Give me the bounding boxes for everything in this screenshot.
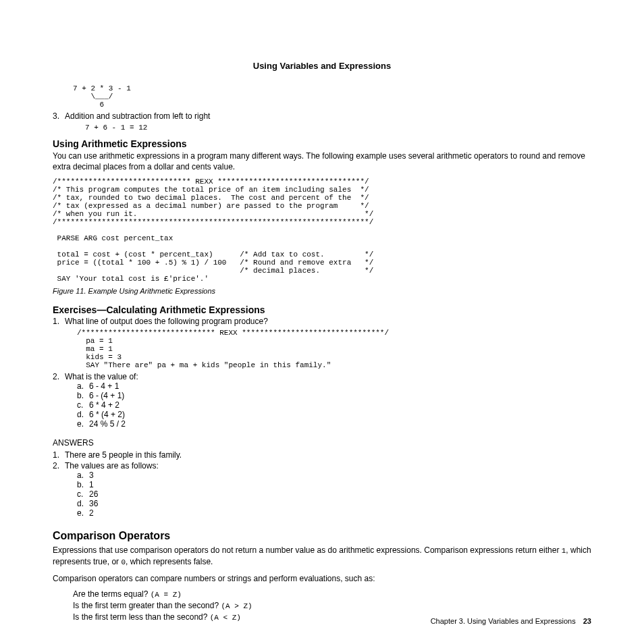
cmp-text-1a: Expressions that use comparison operator… [53, 545, 562, 555]
answer-2: The values are as follows: 3 1 26 36 2 [53, 461, 591, 518]
exercise-1: What line of output does the following p… [53, 317, 591, 369]
cmp-text-1c: , which represents false. [126, 557, 213, 566]
para-arithmetic-intro: You can use arithmetic expressions in a … [53, 151, 591, 172]
page: Using Variables and Expressions 7 + 2 * … [0, 0, 644, 644]
exercise-2: What is the value of: 6 - 4 + 1 6 - (4 +… [53, 372, 591, 429]
ordered-step-list: Addition and subtraction from left to ri… [53, 111, 591, 132]
answers-label: ANSWERS [53, 438, 591, 448]
heading-using-arithmetic: Using Arithmetic Expressions [53, 138, 591, 149]
code-precedence-example: 7 + 2 * 3 - 1 \___/ 6 [73, 84, 591, 109]
code-step3-result: 7 + 6 - 1 = 12 [85, 124, 591, 132]
code-figure-11: /****************************** REXX ***… [53, 178, 591, 283]
step-3-text: Addition and subtraction from left to ri… [65, 111, 210, 121]
exercise-2e: 24 % 5 / 2 [77, 419, 591, 429]
answer-2c: 26 [77, 489, 591, 499]
answer-2e: 2 [77, 508, 591, 518]
answer-2b: 1 [77, 480, 591, 489]
exercise-list: What line of output does the following p… [53, 317, 591, 429]
cmp-less-text: Is the first term less than the second? [73, 612, 210, 622]
cmp-example-equal: Are the terms equal? (A = Z) [73, 589, 591, 599]
para-comparison-2: Comparison operators can compare numbers… [53, 573, 591, 584]
cmp-code-0: 0 [121, 558, 126, 566]
exercise-2c: 6 * 4 + 2 [77, 400, 591, 410]
answer-1: There are 5 people in this family. [53, 450, 591, 460]
answer-2a: 3 [77, 471, 591, 480]
step-3: Addition and subtraction from left to ri… [53, 111, 591, 132]
exercise-2a: 6 - 4 + 1 [77, 381, 591, 391]
heading-comparison-operators: Comparison Operators [53, 530, 591, 542]
exercise-2-subitems: 6 - 4 + 1 6 - (4 + 1) 6 * 4 + 2 6 * (4 +… [77, 381, 591, 429]
cmp-equal-text: Are the terms equal? [73, 589, 151, 599]
running-head: Using Variables and Expressions [53, 61, 591, 71]
footer-page-number: 23 [583, 617, 591, 625]
para-comparison-1: Expressions that use comparison operator… [53, 545, 591, 568]
answer-2-subitems: 3 1 26 36 2 [77, 471, 591, 518]
figure-caption: Figure 11. Example Using Arithmetic Expr… [53, 287, 591, 295]
cmp-equal-code: (A = Z) [151, 591, 182, 599]
exercise-2b: 6 - (4 + 1) [77, 391, 591, 400]
answer-2-intro: The values are as follows: [65, 461, 159, 471]
answers-list: There are 5 people in this family. The v… [53, 450, 591, 518]
footer-chapter: Chapter 3. Using Variables and Expressio… [431, 617, 576, 625]
code-exercise-1: /****************************** REXX ***… [77, 329, 591, 369]
exercise-2-text: What is the value of: [65, 372, 138, 381]
heading-exercises: Exercises—Calculating Arithmetic Express… [53, 304, 591, 315]
cmp-greater-code: (A > Z) [221, 602, 252, 610]
cmp-greater-text: Is the first term greater than the secon… [73, 601, 221, 610]
exercise-1-text: What line of output does the following p… [65, 317, 268, 326]
answer-2d: 36 [77, 499, 591, 508]
exercise-2d: 6 * (4 + 2) [77, 410, 591, 419]
page-footer: Chapter 3. Using Variables and Expressio… [431, 617, 591, 625]
cmp-example-greater: Is the first term greater than the secon… [73, 601, 591, 610]
cmp-less-code: (A < Z) [210, 614, 241, 622]
